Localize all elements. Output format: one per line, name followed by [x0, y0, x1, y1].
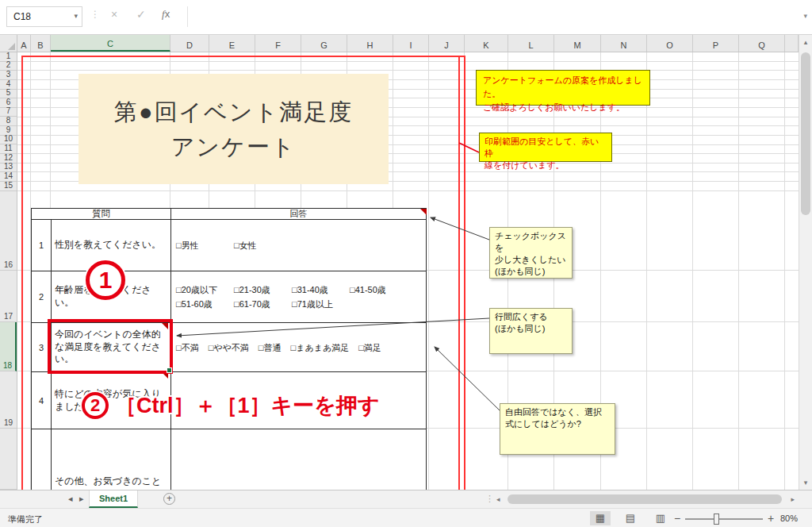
- column-header-G[interactable]: G: [301, 35, 347, 52]
- sheet-tab-sheet1[interactable]: Sheet1: [89, 490, 138, 508]
- zoom-slider[interactable]: [685, 518, 763, 520]
- formula-bar-splitter-icon[interactable]: ⋮: [90, 9, 100, 20]
- insert-function-icon[interactable]: fx: [162, 8, 170, 21]
- answer-option: □男性: [176, 238, 234, 252]
- scroll-down-icon[interactable]: ▾: [799, 479, 812, 487]
- sheet-nav-left-icon[interactable]: ◂: [68, 494, 73, 504]
- sheet-tab-bar: ◂ ▸ Sheet1 + ⋮ ◂ ▸: [0, 490, 812, 508]
- scroll-left-icon[interactable]: ◂: [496, 495, 500, 503]
- sheet-nav-right-icon[interactable]: ▸: [79, 494, 84, 504]
- comment-free-answer[interactable]: 自由回答ではなく、選択 式にしてはどうか?: [500, 403, 615, 455]
- cancel-icon[interactable]: ×: [111, 8, 117, 21]
- table-cell-answer-5[interactable]: [171, 429, 426, 490]
- row-header-16[interactable]: 16: [0, 191, 17, 271]
- zoom-slider-thumb[interactable]: [714, 514, 719, 525]
- row-header-15[interactable]: 15: [0, 182, 17, 191]
- comment-checkbox-size[interactable]: チェックボックスを 少し大きくしたい (ほかも同じ): [489, 227, 573, 279]
- vertical-scrollbar[interactable]: ▴ ▾: [799, 35, 812, 490]
- gridline: [646, 52, 647, 490]
- fill-handle[interactable]: [167, 367, 172, 373]
- name-box-dropdown-icon[interactable]: ▾: [74, 12, 78, 20]
- tabbar-splitter-icon[interactable]: ⋮: [485, 494, 494, 504]
- survey-title-box[interactable]: 第●回イベント満足度 アンケート: [79, 74, 389, 184]
- answer-option: □61-70歳: [234, 297, 292, 311]
- column-header-C[interactable]: C: [51, 35, 170, 52]
- enter-icon[interactable]: ✓: [136, 8, 146, 21]
- step2-text: ［Ctrl］＋［1］キーを押す: [115, 391, 379, 420]
- answer-option: □普通: [259, 340, 282, 355]
- column-header-F[interactable]: F: [255, 35, 301, 52]
- print-area-line-right-2: [464, 56, 465, 490]
- column-header-P[interactable]: P: [693, 35, 739, 52]
- page-break-view-icon[interactable]: ▥: [650, 511, 671, 525]
- gridline: [17, 61, 799, 62]
- survey-title-line1: 第●回イベント満足度: [114, 94, 353, 129]
- row-headers: 12345678910111213141516171819: [0, 52, 17, 490]
- zoom-percentage[interactable]: 80%: [780, 514, 798, 523]
- table-cell-answer-1[interactable]: □男性 □女性: [171, 220, 426, 271]
- formula-bar-row: C18 ▾ ⋮ × ✓ fx ▾: [0, 0, 812, 35]
- column-header-Q[interactable]: Q: [739, 35, 785, 52]
- sheet-canvas[interactable]: 第●回イベント満足度 アンケート 質問 回答 1 性別を教えてください。 □男性…: [17, 52, 799, 490]
- name-box[interactable]: C18 ▾: [6, 6, 82, 27]
- table-cell-number-1[interactable]: 1: [32, 220, 52, 271]
- table-cell-answer-2[interactable]: □20歳以下 □21-30歳 □31-40歳 □41-50歳 □51-60歳 □…: [171, 271, 426, 322]
- status-ready: 準備完了: [8, 514, 43, 525]
- select-all-button[interactable]: [0, 35, 17, 52]
- column-header-E[interactable]: E: [209, 35, 255, 52]
- answer-option: □20歳以下: [176, 283, 234, 297]
- answer-option: □41-50歳: [350, 283, 408, 297]
- normal-view-icon[interactable]: ▦: [590, 511, 611, 525]
- step2-badge: 2: [82, 392, 109, 419]
- zoom-in-icon[interactable]: +: [768, 512, 774, 525]
- table-cell-answer-3[interactable]: □不満 □やや不満 □普通 □まあまあ満足 □満足: [171, 323, 426, 371]
- table-cell-question-5[interactable]: その他、お気づきのこと: [52, 429, 171, 490]
- formula-input[interactable]: [193, 6, 796, 27]
- zoom-out-icon[interactable]: −: [674, 512, 680, 525]
- answer-option: □51-60歳: [176, 297, 234, 311]
- scroll-up-icon[interactable]: ▴: [799, 38, 812, 46]
- row-header-partial[interactable]: [0, 429, 17, 490]
- comment-line-spacing[interactable]: 行間広くする (ほかも同じ): [489, 308, 573, 354]
- column-header-K[interactable]: K: [465, 35, 508, 52]
- table-cell-number-5[interactable]: [32, 429, 52, 490]
- column-header-D[interactable]: D: [170, 35, 209, 52]
- table-header-question[interactable]: 質問: [32, 209, 171, 219]
- column-header-B[interactable]: B: [31, 35, 51, 52]
- answer-option: □満足: [358, 340, 381, 355]
- column-header-O[interactable]: O: [647, 35, 693, 52]
- horizontal-scroll-thumb[interactable]: [508, 494, 782, 504]
- vertical-scroll-thumb[interactable]: [801, 52, 810, 215]
- column-header-M[interactable]: M: [554, 35, 601, 52]
- column-header-H[interactable]: H: [347, 35, 393, 52]
- table-header-answer[interactable]: 回答: [171, 209, 426, 219]
- add-sheet-button[interactable]: +: [163, 493, 175, 505]
- row-header-18[interactable]: 18: [0, 322, 17, 371]
- column-header-A[interactable]: A: [17, 35, 31, 52]
- column-header-partial[interactable]: [785, 35, 799, 52]
- column-header-L[interactable]: L: [508, 35, 554, 52]
- gridline: [17, 70, 799, 71]
- page-layout-view-icon[interactable]: ▤: [620, 511, 641, 525]
- gridline: [428, 52, 429, 490]
- table-cell-number-4[interactable]: 4: [32, 372, 52, 429]
- table-cell-number-2[interactable]: 2: [32, 271, 52, 322]
- note-print-area[interactable]: 印刷範囲の目安として、赤い枠 線を付けています。: [479, 133, 612, 162]
- row-header-17[interactable]: 17: [0, 271, 17, 322]
- answer-option: □やや不満: [209, 340, 249, 355]
- column-header-I[interactable]: I: [393, 35, 429, 52]
- table-header-row: 質問 回答: [32, 209, 426, 220]
- row-header-19[interactable]: 19: [0, 371, 17, 429]
- horizontal-scrollbar[interactable]: ◂ ▸: [495, 492, 796, 506]
- scroll-right-icon[interactable]: ▸: [791, 495, 795, 503]
- answer-option: □71歳以上: [292, 297, 350, 311]
- gridline: [692, 52, 693, 490]
- column-header-J[interactable]: J: [429, 35, 465, 52]
- column-header-N[interactable]: N: [601, 35, 647, 52]
- note-draft[interactable]: アンケートフォームの原案を作成しました。 ご確認よろしくお願いいたします。: [476, 70, 650, 106]
- select-all-triangle-icon: [8, 43, 15, 50]
- status-bar: 準備完了 ▦ ▤ ▥ − + 80%: [0, 508, 812, 527]
- answer-option: □21-30歳: [234, 283, 292, 297]
- step2-instruction: 2 ［Ctrl］＋［1］キーを押す: [82, 391, 379, 420]
- formula-bar-expand-icon[interactable]: ▾: [803, 12, 807, 20]
